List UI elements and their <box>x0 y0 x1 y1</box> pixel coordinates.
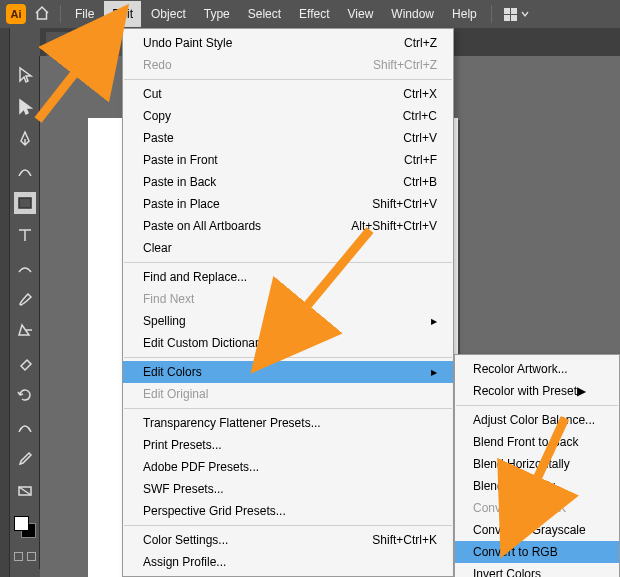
app-logo: Ai <box>6 4 26 24</box>
edit-menu-dropdown: Undo Paint StyleCtrl+ZRedoShift+Ctrl+ZCu… <box>122 28 454 577</box>
submenu-item-label: Blend Vertically <box>473 479 555 493</box>
menu-item-shortcut: Shift+Ctrl+Z <box>373 58 437 72</box>
submenu-arrow-icon: ▶ <box>431 317 437 326</box>
menu-item[interactable]: Edit Custom Dictionary... <box>123 332 453 354</box>
menu-item[interactable]: Paste on All ArtboardsAlt+Shift+Ctrl+V <box>123 215 453 237</box>
menu-item-shortcut: Shift+Ctrl+V <box>372 197 437 211</box>
menu-edit[interactable]: Edit <box>104 1 141 27</box>
menu-item[interactable]: PasteCtrl+V <box>123 127 453 149</box>
panel-gutter <box>0 28 10 577</box>
menu-item-label: Edit Colors <box>143 365 431 379</box>
submenu-item[interactable]: Convert to Grayscale <box>455 519 619 541</box>
tool-brush[interactable] <box>14 288 36 310</box>
submenu-item-label: Blend Front to Back <box>473 435 578 449</box>
menu-item[interactable]: Assign Profile... <box>123 551 453 573</box>
submenu-item[interactable]: Adjust Color Balance... <box>455 409 619 431</box>
separator <box>60 5 61 23</box>
menu-item[interactable]: Spelling▶ <box>123 310 453 332</box>
menu-select[interactable]: Select <box>240 1 289 27</box>
menu-divider <box>124 357 452 358</box>
menu-item[interactable]: Paste in BackCtrl+B <box>123 171 453 193</box>
menu-item-label: Color Settings... <box>143 533 372 547</box>
tool-rotate[interactable] <box>14 384 36 406</box>
tool-eyedropper[interactable] <box>14 448 36 470</box>
home-icon[interactable] <box>34 5 50 24</box>
menu-item-label: Spelling <box>143 314 431 328</box>
menu-item[interactable]: Edit Colors▶ <box>123 361 453 383</box>
submenu-item-label: Blend Horizontally <box>473 457 570 471</box>
menu-item[interactable]: Undo Paint StyleCtrl+Z <box>123 32 453 54</box>
menu-item[interactable]: CopyCtrl+C <box>123 105 453 127</box>
menu-item-label: Paste in Place <box>143 197 372 211</box>
document-tab[interactable]: Untitled <box>46 32 131 56</box>
menu-item[interactable]: Paste in FrontCtrl+F <box>123 149 453 171</box>
menu-item-shortcut: Shift+Ctrl+K <box>372 533 437 547</box>
menu-item[interactable]: Clear <box>123 237 453 259</box>
menu-file[interactable]: File <box>67 1 102 27</box>
menu-item-label: Perspective Grid Presets... <box>143 504 437 518</box>
fill-stroke-swatches[interactable] <box>14 516 36 538</box>
tool-selection[interactable] <box>14 64 36 86</box>
submenu-item-label: Convert to CMYK <box>473 501 566 515</box>
menu-divider <box>124 262 452 263</box>
menu-item: Find Next <box>123 288 453 310</box>
menu-item-label: Find Next <box>143 292 437 306</box>
tool-direct-selection[interactable] <box>14 96 36 118</box>
tool-curvature[interactable] <box>14 160 36 182</box>
submenu-item[interactable]: Blend Vertically <box>455 475 619 497</box>
menu-item-label: Edit Custom Dictionary... <box>143 336 437 350</box>
menu-item[interactable]: CutCtrl+X <box>123 83 453 105</box>
submenu-arrow-icon: ▶ <box>577 384 586 398</box>
menu-item[interactable]: Paste in PlaceShift+Ctrl+V <box>123 193 453 215</box>
submenu-item-label: Adjust Color Balance... <box>473 413 595 427</box>
menu-item-label: Find and Replace... <box>143 270 437 284</box>
submenu-item[interactable]: Recolor Artwork... <box>455 358 619 380</box>
menu-item-label: Edit Original <box>143 387 437 401</box>
tool-rectangle[interactable] <box>14 192 36 214</box>
menu-item[interactable]: Adobe PDF Presets... <box>123 456 453 478</box>
menu-effect[interactable]: Effect <box>291 1 337 27</box>
menu-divider <box>124 408 452 409</box>
tool-width[interactable] <box>14 416 36 438</box>
menu-item[interactable]: Perspective Grid Presets... <box>123 500 453 522</box>
menu-item-label: Paste <box>143 131 403 145</box>
tool-pen[interactable] <box>14 128 36 150</box>
tool-eraser[interactable] <box>14 352 36 374</box>
menu-divider <box>124 79 452 80</box>
menu-item[interactable]: Find and Replace... <box>123 266 453 288</box>
menu-divider <box>124 525 452 526</box>
menu-bar: Ai File Edit Object Type Select Effect V… <box>0 0 620 28</box>
submenu-item-label: Convert to Grayscale <box>473 523 586 537</box>
color-mode-icons[interactable] <box>14 552 36 561</box>
submenu-item[interactable]: Recolor with Preset▶ <box>455 380 619 402</box>
menu-item[interactable]: Print Presets... <box>123 434 453 456</box>
submenu-item[interactable]: Blend Front to Back <box>455 431 619 453</box>
menu-item: RedoShift+Ctrl+Z <box>123 54 453 76</box>
menu-item-shortcut: Ctrl+F <box>404 153 437 167</box>
menu-item[interactable]: Color Settings...Shift+Ctrl+K <box>123 529 453 551</box>
menu-item[interactable]: SWF Presets... <box>123 478 453 500</box>
submenu-item-label: Recolor Artwork... <box>473 362 568 376</box>
submenu-item[interactable]: Convert to RGB <box>455 541 619 563</box>
menu-type[interactable]: Type <box>196 1 238 27</box>
tool-shaper[interactable] <box>14 320 36 342</box>
menu-item-shortcut: Ctrl+Z <box>404 36 437 50</box>
menu-item-shortcut: Alt+Shift+Ctrl+V <box>351 219 437 233</box>
menu-window[interactable]: Window <box>383 1 442 27</box>
submenu-item[interactable]: Invert Colors <box>455 563 619 577</box>
submenu-item: Convert to CMYK <box>455 497 619 519</box>
menu-item[interactable]: Transparency Flattener Presets... <box>123 412 453 434</box>
tool-gradient[interactable] <box>14 480 36 502</box>
edit-colors-submenu: Recolor Artwork...Recolor with Preset▶Ad… <box>454 354 620 577</box>
menu-item: Edit Original <box>123 383 453 405</box>
menu-view[interactable]: View <box>340 1 382 27</box>
menu-help[interactable]: Help <box>444 1 485 27</box>
menu-item-label: Copy <box>143 109 403 123</box>
tool-type[interactable] <box>14 224 36 246</box>
submenu-item[interactable]: Blend Horizontally <box>455 453 619 475</box>
tool-line[interactable] <box>14 256 36 278</box>
menu-item-label: Adobe PDF Presets... <box>143 460 437 474</box>
menu-item-label: Cut <box>143 87 403 101</box>
workspace-switcher[interactable] <box>504 8 529 21</box>
menu-object[interactable]: Object <box>143 1 194 27</box>
